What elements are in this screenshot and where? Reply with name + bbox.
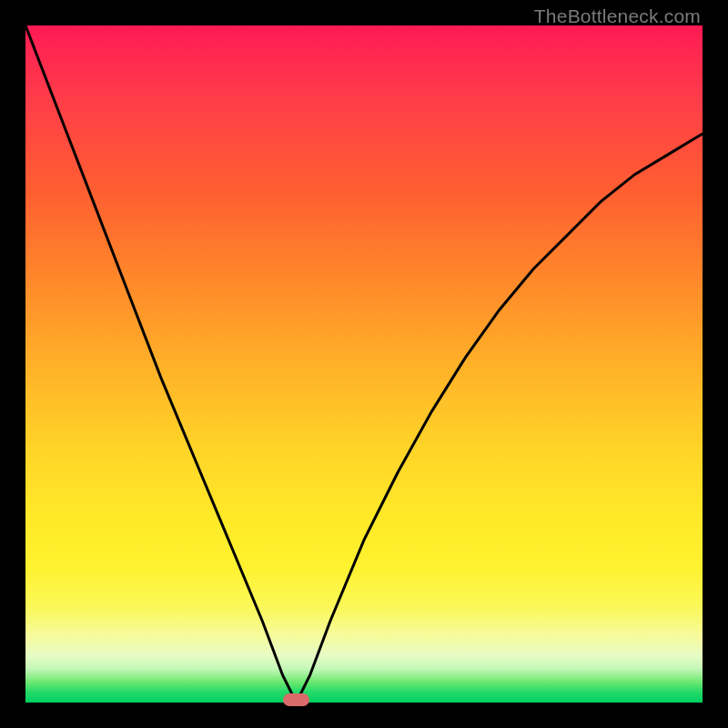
chart-frame: TheBottleneck.com bbox=[0, 0, 728, 728]
minimum-marker bbox=[283, 693, 310, 706]
watermark-text: TheBottleneck.com bbox=[534, 5, 701, 27]
plot-area bbox=[25, 25, 703, 703]
